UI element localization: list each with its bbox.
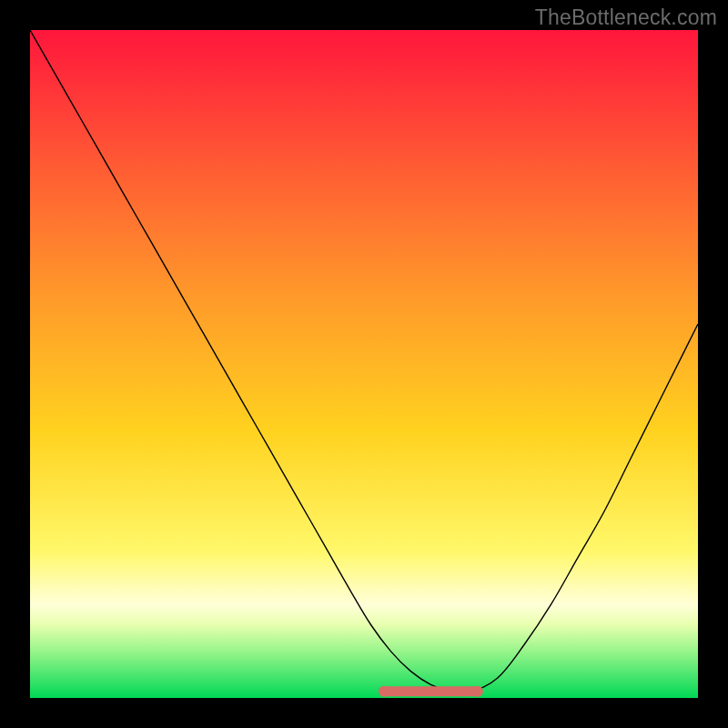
watermark-text: TheBottleneck.com	[535, 5, 717, 30]
chart-background-gradient	[30, 30, 698, 698]
chart-svg	[30, 30, 698, 698]
optimal-range-marker	[379, 686, 483, 697]
chart-frame: TheBottleneck.com	[0, 0, 728, 728]
svg-point-1	[379, 686, 389, 697]
chart-plot-area	[30, 30, 698, 698]
svg-point-2	[472, 686, 483, 697]
